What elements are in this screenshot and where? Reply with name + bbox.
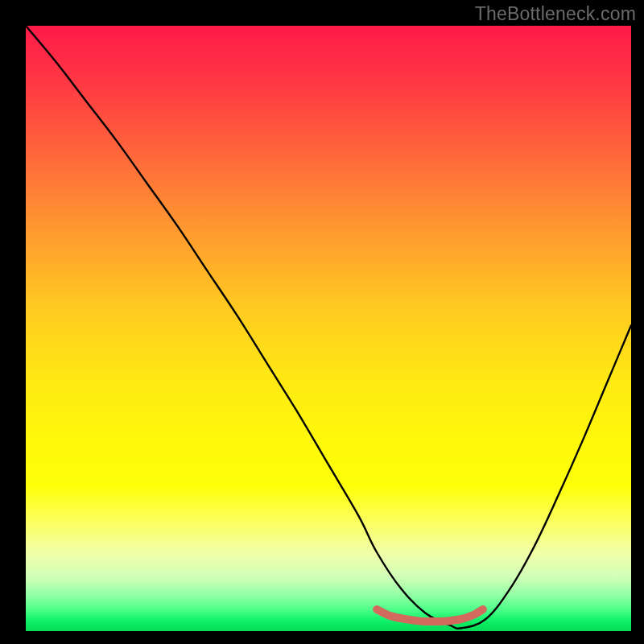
chart-frame: TheBottleneck.com	[0, 0, 644, 644]
chart-svg	[26, 26, 631, 631]
bottleneck-curve	[26, 26, 631, 629]
plot-area	[26, 26, 631, 631]
curve-layer	[26, 26, 631, 629]
watermark-text: TheBottleneck.com	[475, 3, 636, 25]
